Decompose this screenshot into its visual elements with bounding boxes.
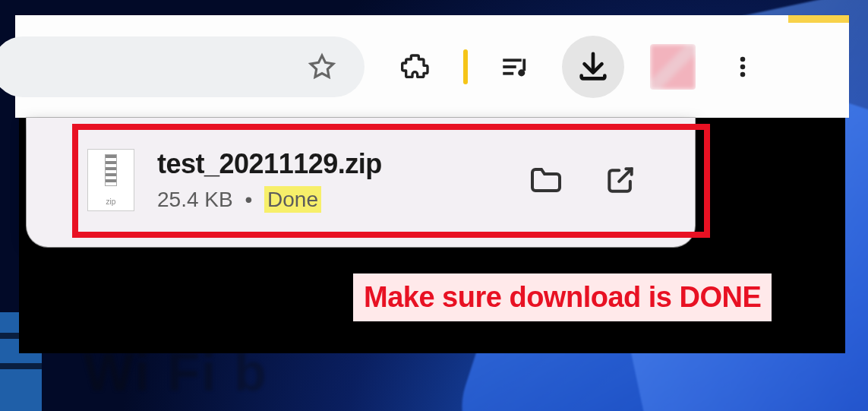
- svg-point-7: [740, 72, 746, 77]
- zip-file-icon: zip: [87, 149, 134, 211]
- downloads-icon[interactable]: [562, 36, 624, 98]
- open-external-icon[interactable]: [599, 159, 642, 201]
- extensions-icon[interactable]: [395, 46, 437, 88]
- kebab-menu-icon[interactable]: [721, 46, 764, 88]
- address-bar[interactable]: [0, 36, 365, 97]
- screenshot-edge-artifact: [788, 15, 849, 23]
- download-filename: test_20211129.zip: [157, 148, 525, 180]
- browser-toolbar: [15, 15, 849, 118]
- svg-line-8: [619, 169, 632, 182]
- profile-avatar[interactable]: [650, 44, 696, 90]
- file-type-label: zip: [106, 198, 116, 206]
- side-panel-fragment: [0, 363, 42, 369]
- download-item[interactable]: zip test_20211129.zip 25.4 KB • Done: [87, 134, 664, 226]
- download-actions: [525, 159, 642, 201]
- svg-point-6: [740, 65, 746, 70]
- toolbar-row: [15, 29, 849, 105]
- screenshot-stage: Wi Fi b: [0, 0, 868, 411]
- separator-dot: •: [245, 188, 252, 211]
- svg-point-5: [740, 57, 746, 62]
- downloads-popup: zip test_20211129.zip 25.4 KB • Done: [27, 118, 695, 247]
- download-size: 25.4 KB: [157, 188, 233, 211]
- profile-avatar-image: [650, 44, 696, 90]
- download-subtext: 25.4 KB • Done: [157, 188, 525, 212]
- download-text-block: test_20211129.zip 25.4 KB • Done: [157, 148, 525, 212]
- folder-icon[interactable]: [525, 159, 567, 201]
- star-icon[interactable]: [301, 46, 343, 88]
- svg-point-3: [518, 69, 525, 76]
- toolbar-separator: [463, 49, 468, 84]
- zip-file-icon: [105, 154, 117, 186]
- toolbar-action-area: [395, 36, 764, 98]
- download-status: Done: [264, 186, 321, 213]
- annotation-caption: Make sure download is DONE: [353, 273, 772, 321]
- media-control-icon[interactable]: [494, 46, 536, 88]
